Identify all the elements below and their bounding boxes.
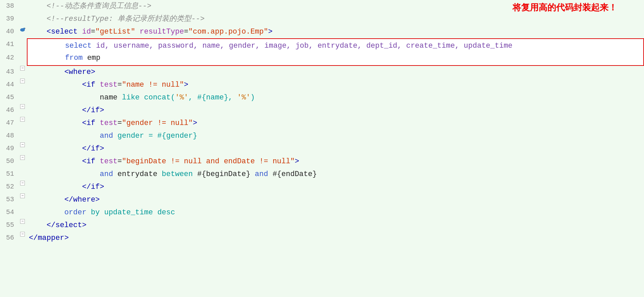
gutter-icon: − [17,104,28,109]
fold-button[interactable]: − [20,117,25,122]
code-token [29,221,47,229]
code-token: between [162,170,193,178]
code-token [30,54,65,62]
fold-button[interactable]: − [20,194,25,198]
code-line-41: 41 select id, username, password, name, … [0,38,644,52]
line-number: 53 [0,194,17,205]
code-token: select [51,28,78,36]
code-token: "gender != null" [122,119,193,127]
code-token [29,28,47,36]
code-line-55: 55− </select> [0,219,644,232]
code-token: test [100,81,117,89]
code-token: '%' [237,93,251,102]
code-line-39: 39 <!--resultType: 单条记录所封装的类型--> [0,13,644,26]
line-number: 43 [0,66,17,77]
fold-button[interactable]: − [20,232,25,237]
code-line-53: 53− </where> [0,194,644,206]
code-token: and [100,132,113,140]
code-editor: 38 <!--动态条件查询员工信息-->将复用高的代码封装起来！39 <!--r… [0,0,644,297]
code-token: > [193,119,197,127]
fold-button[interactable]: − [20,142,25,147]
code-content: </mapper> [28,232,644,244]
gutter-icon: − [17,155,28,160]
code-token: where [73,196,95,204]
code-line-56: 56−</mapper> [0,232,644,245]
line-number: 52 [0,181,17,192]
code-content: name like concat('%', #{name}, '%') [28,91,644,103]
code-token: </ [47,221,55,229]
line-number: 40 [0,26,17,37]
code-token: > [95,196,100,204]
code-token: </ [29,234,38,242]
code-token: > [91,68,95,76]
code-token [95,119,100,127]
code-token [29,68,64,76]
code-token: "com.app.pojo.Emp" [188,28,268,36]
code-token: '%' [175,93,189,102]
code-token: <!--动态条件查询员工信息--> [29,2,151,10]
code-token [29,170,100,178]
code-line-38: 38 <!--动态条件查询员工信息-->将复用高的代码封装起来！ [0,0,644,13]
code-token: > [64,234,69,242]
fold-button[interactable]: − [20,66,25,71]
code-token [29,196,64,204]
code-token: = [117,81,122,89]
gutter-icon: − [17,79,28,83]
line-number: 45 [0,91,17,102]
code-token: from [65,54,83,62]
code-token: > [100,144,104,153]
code-line-54: 54 order by update_time desc [0,206,644,219]
code-token: <!--resultType: 单条记录所封装的类型--> [29,15,205,23]
code-token [95,81,100,89]
gutter-icon: − [17,181,28,185]
code-token: > [184,81,188,89]
code-token: > [295,157,299,166]
gutter-icon: − [17,117,28,122]
code-token: </ [82,106,91,115]
code-content: and gender = #{gender} [28,130,644,142]
code-token: < [47,28,51,36]
code-token: #{endDate} [268,170,317,178]
code-token [29,106,82,115]
code-token: > [268,28,273,36]
code-token: by update_time desc [87,208,175,217]
bird-icon [19,26,26,33]
code-token: and [255,170,268,178]
code-token: select [65,42,92,50]
code-token: "getList" [95,28,135,36]
gutter-icon: − [17,194,28,198]
gutter-icon [17,26,28,33]
line-number: 41 [0,38,17,49]
code-token: "beginDate != null and endDate != null" [122,157,295,166]
code-token: < [82,81,86,89]
line-number: 42 [0,52,17,63]
code-token: > [82,221,86,229]
line-number: 47 [0,117,17,128]
code-line-48: 48 and gender = #{gender} [0,130,644,142]
code-token: = [184,28,188,36]
fold-button[interactable]: − [20,79,25,83]
code-token: id, username, password, name, gender, im… [92,42,512,50]
code-token: = [91,28,95,36]
code-content: select id, username, password, name, gen… [27,38,644,52]
code-token: = [117,119,122,127]
gutter-icon: − [17,66,28,71]
code-token: </ [82,144,91,153]
fold-button[interactable]: − [20,104,25,109]
code-token: </ [82,183,91,191]
code-token: if [91,106,100,115]
fold-button[interactable]: − [20,219,25,224]
line-number: 46 [0,104,17,115]
code-token: < [64,68,69,76]
code-token: resultType [140,28,184,36]
code-token: test [100,119,117,127]
code-token: < [82,157,86,166]
code-token: order [64,208,87,217]
annotation-text: 将复用高的代码封装起来！ [512,1,617,14]
line-number: 44 [0,79,17,90]
fold-button[interactable]: − [20,181,25,185]
code-token: = [117,157,122,166]
code-content: from emp [27,52,644,66]
fold-button[interactable]: − [20,155,25,160]
code-content: <if test="name != null"> [28,79,644,91]
